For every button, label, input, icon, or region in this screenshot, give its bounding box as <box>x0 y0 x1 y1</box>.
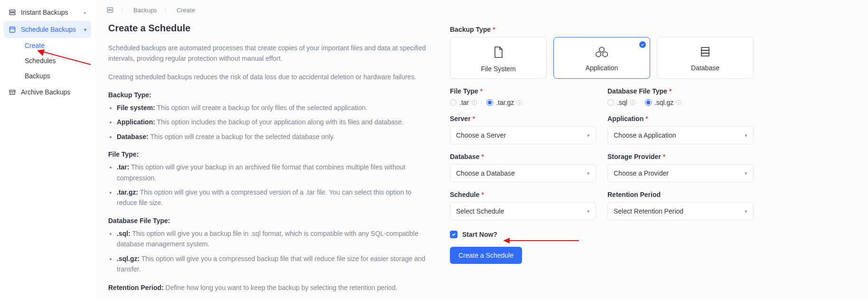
sidebar-item-schedule-backups[interactable]: Schedule Backups ▾ <box>4 21 91 38</box>
radio-sqlgz[interactable]: .sql.gzⓘ <box>645 99 681 106</box>
svg-rect-0 <box>9 10 15 12</box>
checkbox-start-now[interactable] <box>450 231 457 238</box>
label-schedule: Schedule <box>450 191 596 198</box>
calendar-icon <box>9 26 16 33</box>
chevron-down-icon: ▾ <box>587 132 590 139</box>
select-schedule[interactable]: Select Schedule▾ <box>450 202 596 220</box>
breadcrumb-separator-icon: 〉 <box>164 6 170 14</box>
radio-sql[interactable]: .sqlⓘ <box>607 99 635 106</box>
label-db-file-type: Database File Type <box>607 87 754 95</box>
help-icon[interactable]: ⓘ <box>517 99 522 106</box>
main-content: 〉 Backups 〉 Create Create a Schedule Sch… <box>95 0 868 299</box>
breadcrumb: 〉 Backups 〉 Create <box>95 0 868 20</box>
svg-rect-3 <box>9 90 15 92</box>
chevron-down-icon: ▾ <box>745 208 747 215</box>
server-icon <box>9 9 16 16</box>
server-icon[interactable] <box>106 6 114 14</box>
svg-rect-5 <box>107 10 113 12</box>
label-file-type: File Type <box>450 87 596 95</box>
intro-text-2: Creating scheduled backups reduces the r… <box>108 72 431 83</box>
check-icon <box>639 41 646 48</box>
label-application: Application <box>607 115 754 122</box>
breadcrumb-separator-icon: 〉 <box>121 6 127 14</box>
chevron-down-icon: ▾ <box>587 170 590 177</box>
chevron-down-icon: ▾ <box>587 208 590 215</box>
chevron-right-icon: ▸ <box>84 10 86 15</box>
select-server[interactable]: Choose a Server▾ <box>450 126 596 144</box>
archive-icon <box>9 88 16 96</box>
svg-rect-6 <box>701 47 709 50</box>
card-application[interactable]: Application <box>553 37 650 79</box>
chevron-down-icon: ▾ <box>745 170 747 177</box>
label-start-now: Start Now? <box>462 231 497 238</box>
card-label: Application <box>558 64 646 72</box>
sidebar-item-label: Instant Backups <box>21 9 68 16</box>
list-file-type: .tar: This option will give your backup … <box>108 162 431 208</box>
help-icon[interactable]: ⓘ <box>630 99 635 106</box>
card-file-system[interactable]: File System <box>450 37 547 79</box>
radio-tar[interactable]: .tarⓘ <box>450 99 477 106</box>
page-title: Create a Schedule <box>108 23 431 34</box>
label-server: Server <box>450 115 596 122</box>
sidebar-item-label: Schedule Backups <box>21 26 76 33</box>
select-application[interactable]: Choose a Application▾ <box>607 126 754 144</box>
intro-text-1: Scheduled backups are automated processe… <box>108 43 431 64</box>
select-storage[interactable]: Choose a Provider▾ <box>607 164 754 182</box>
sidebar-item-schedules[interactable]: Schedules <box>23 53 91 68</box>
card-label: File System <box>454 65 542 73</box>
create-schedule-button[interactable]: Create a Schedule <box>450 247 522 264</box>
label-retention: Retention Period <box>607 191 754 198</box>
sidebar-item-instant-backups[interactable]: Instant Backups ▸ <box>4 4 91 21</box>
sidebar: Instant Backups ▸ Schedule Backups ▾ Cre… <box>0 0 95 299</box>
svg-rect-2 <box>10 27 15 32</box>
help-icon[interactable]: ⓘ <box>472 99 477 106</box>
svg-rect-8 <box>701 53 709 56</box>
chevron-down-icon: ▾ <box>745 132 747 139</box>
section-heading-backup-type: Backup Type: <box>108 91 431 99</box>
retention-text: Retention Period: Define how long you wa… <box>108 283 431 293</box>
section-heading-db-file-type: Database File Type: <box>108 217 431 224</box>
sidebar-item-create[interactable]: Create <box>23 38 91 53</box>
sidebar-item-backups[interactable]: Backups <box>23 68 91 84</box>
cubes-icon <box>558 46 646 57</box>
svg-rect-4 <box>107 8 113 9</box>
label-database: Database <box>450 153 596 160</box>
card-label: Database <box>661 64 749 72</box>
file-icon <box>454 46 542 58</box>
database-icon <box>661 46 749 57</box>
select-retention[interactable]: Select Retention Period▾ <box>607 202 754 220</box>
radio-targz[interactable]: .tar.gzⓘ <box>486 99 522 106</box>
sidebar-item-archive-backups[interactable]: Archive Backups <box>4 84 91 101</box>
breadcrumb-backups[interactable]: Backups <box>133 7 157 14</box>
section-heading-file-type: File Type: <box>108 150 431 158</box>
select-database[interactable]: Choose a Database▾ <box>450 164 596 182</box>
list-backup-type: File system: This option will create a b… <box>108 103 431 142</box>
card-database[interactable]: Database <box>657 37 754 79</box>
sidebar-item-label: Archive Backups <box>21 88 70 96</box>
label-storage: Storage Provider <box>607 153 754 160</box>
label-backup-type: Backup Type <box>450 26 754 33</box>
list-db-file-type: .sql: This option will give you a backup… <box>108 228 431 275</box>
sidebar-submenu-schedule: Create Schedules Backups <box>4 38 91 84</box>
svg-rect-7 <box>701 50 709 53</box>
explainer-panel: Create a Schedule Scheduled backups are … <box>108 23 431 299</box>
chevron-down-icon: ▾ <box>84 27 86 32</box>
breadcrumb-create[interactable]: Create <box>177 7 195 14</box>
schedule-form: Backup Type File System Application <box>450 23 754 299</box>
help-icon[interactable]: ⓘ <box>676 99 681 106</box>
svg-rect-1 <box>9 13 15 15</box>
